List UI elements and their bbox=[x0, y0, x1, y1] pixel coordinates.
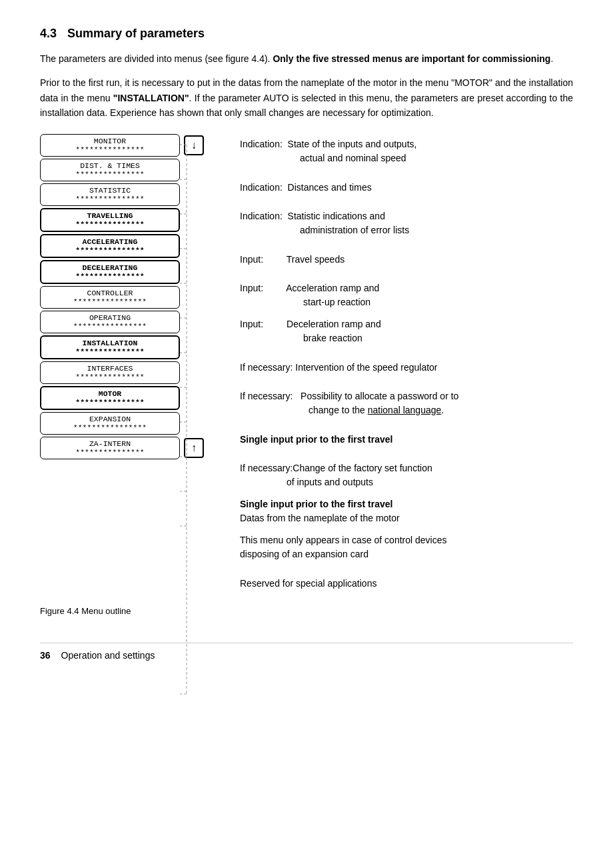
intro-paragraph-1: The parameters are divided into menus (s… bbox=[40, 51, 573, 66]
menu-item-za-intern: ZA-INTERN *************** bbox=[40, 437, 180, 459]
menu-item-operating: OPERATING **************** bbox=[40, 311, 180, 333]
menu-name-monitor: MONITOR bbox=[45, 137, 175, 145]
diagram-area: MONITOR *************** ↓ DIST. & TIMES … bbox=[40, 134, 573, 602]
desc-label-monitor: Indication: bbox=[240, 139, 288, 149]
menu-row-za-intern: ZA-INTERN *************** ↑ bbox=[40, 437, 213, 459]
menu-item-dist: DIST. & TIMES *************** bbox=[40, 159, 180, 181]
menu-item-motor: MOTOR *************** bbox=[40, 386, 180, 410]
desc-statistic: Indication: Statistic indications and ad… bbox=[240, 206, 573, 241]
desc-decelerating: Input: Deceleration ramp and brake react… bbox=[240, 314, 573, 349]
desc-expansion: This menu only appears in case of contro… bbox=[240, 530, 573, 565]
menu-item-travelling: TRAVELLING *************** bbox=[40, 208, 180, 232]
menu-item-installation: INSTALLATION *************** bbox=[40, 335, 180, 359]
menu-column: MONITOR *************** ↓ DIST. & TIMES … bbox=[40, 134, 213, 461]
section-number: 4.3 bbox=[40, 27, 57, 41]
desc-accelerating: Input: Acceleration ramp and start-up re… bbox=[240, 278, 573, 313]
menu-item-monitor: MONITOR *************** bbox=[40, 134, 180, 157]
installation-bold: Single input prior to the first travel bbox=[240, 434, 392, 445]
down-arrow-icon: ↓ bbox=[184, 135, 204, 155]
desc-operating: If necessary: Possibility to allocate a … bbox=[240, 386, 573, 421]
desc-travelling: Input: Travel speeds bbox=[240, 242, 573, 277]
desc-interfaces: If necessary:Change of the factory set f… bbox=[240, 458, 573, 493]
menu-item-statistic: STATISTIC *************** bbox=[40, 183, 180, 206]
desc-motor: Single input prior to the first travel D… bbox=[240, 494, 573, 529]
desc-za-intern: Reserved for special applications bbox=[240, 566, 573, 601]
menu-item-interfaces: INTERFACES *************** bbox=[40, 361, 180, 384]
desc-label-dist: Indication: bbox=[240, 182, 288, 193]
desc-monitor: Indication: State of the inputs and outp… bbox=[240, 134, 573, 169]
menu-item-decelerating: DECELERATING *************** bbox=[40, 260, 180, 284]
page-number: 36 bbox=[40, 650, 51, 661]
descriptions-column: Indication: State of the inputs and outp… bbox=[213, 134, 573, 602]
desc-installation: Single input prior to the first travel bbox=[240, 422, 573, 457]
connector-lines bbox=[180, 134, 217, 707]
desc-text-dist: Distances and times bbox=[288, 182, 372, 193]
menu-item-accelerating: ACCELERATING *************** bbox=[40, 234, 180, 258]
menu-dots-monitor: *************** bbox=[45, 145, 175, 154]
intro-paragraph-2: Prior to the first run, it is necessary … bbox=[40, 75, 573, 120]
figure-caption: Figure 4.4 Menu outline bbox=[40, 606, 573, 616]
underline-national-language: national language bbox=[368, 405, 442, 415]
motor-bold: Single input prior to the first travel bbox=[240, 499, 392, 509]
menu-item-controller: CONTROLLER **************** bbox=[40, 286, 180, 309]
menu-item-expansion: EXPANSION **************** bbox=[40, 412, 180, 435]
intro-bold-1: Only the five stressed menus are importa… bbox=[273, 53, 550, 64]
intro-bold-2: "INSTALLATION" bbox=[113, 93, 189, 103]
section-header: 4.3 Summary of parameters bbox=[40, 27, 573, 41]
section-title: Summary of parameters bbox=[67, 27, 205, 41]
menu-row-monitor: MONITOR *************** ↓ bbox=[40, 134, 213, 157]
desc-dist: Indication: Distances and times bbox=[240, 170, 573, 205]
desc-text-monitor: State of the inputs and outputs, bbox=[288, 139, 417, 149]
footer-text: Operation and settings bbox=[61, 650, 155, 661]
desc-controller: If necessary: Intervention of the speed … bbox=[240, 350, 573, 385]
footer: 36 Operation and settings bbox=[40, 643, 573, 661]
up-arrow-icon: ↑ bbox=[184, 438, 204, 458]
page-content: 4.3 Summary of parameters The parameters… bbox=[40, 27, 573, 661]
